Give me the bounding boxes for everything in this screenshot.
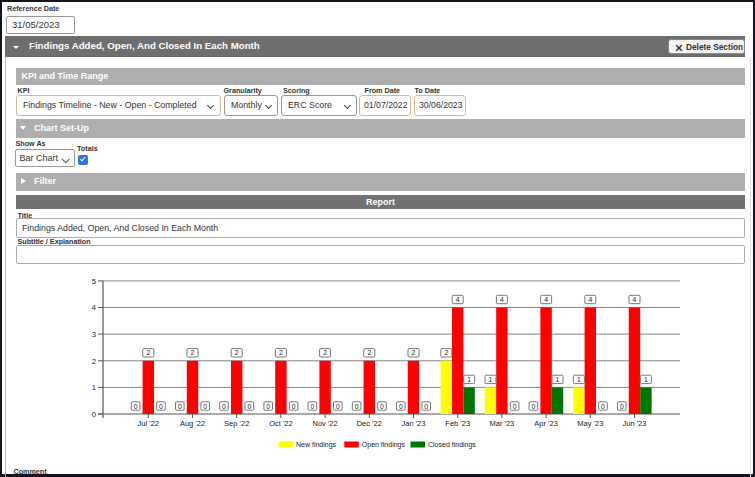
svg-text:0: 0 (159, 403, 163, 410)
svg-text:1: 1 (577, 376, 581, 383)
svg-text:1: 1 (644, 376, 648, 383)
svg-text:2: 2 (235, 349, 239, 356)
svg-text:Oct '22: Oct '22 (269, 419, 293, 428)
svg-text:Nov '22: Nov '22 (312, 419, 337, 428)
svg-text:2: 2 (92, 357, 96, 366)
svg-text:0: 0 (248, 403, 252, 410)
svg-text:0: 0 (532, 403, 536, 410)
svg-text:Mar '23: Mar '23 (490, 419, 515, 428)
svg-text:Apr '23: Apr '23 (534, 419, 558, 428)
svg-text:4: 4 (456, 296, 460, 303)
svg-text:0: 0 (355, 403, 359, 410)
svg-text:1: 1 (556, 376, 560, 383)
svg-text:New findings: New findings (296, 441, 337, 449)
svg-text:1: 1 (489, 376, 493, 383)
svg-text:4: 4 (92, 303, 96, 312)
svg-text:2: 2 (191, 349, 195, 356)
svg-text:Feb '23: Feb '23 (445, 419, 470, 428)
svg-text:3: 3 (92, 330, 96, 339)
svg-text:0: 0 (203, 403, 207, 410)
svg-text:Jun '23: Jun '23 (623, 419, 647, 428)
svg-text:0: 0 (336, 403, 340, 410)
svg-text:Closed findings: Closed findings (428, 441, 476, 449)
svg-text:2: 2 (412, 349, 416, 356)
svg-text:0: 0 (92, 410, 96, 419)
svg-text:Jan '23: Jan '23 (402, 419, 426, 428)
svg-text:4: 4 (633, 296, 637, 303)
svg-text:4: 4 (500, 296, 504, 303)
svg-text:0: 0 (134, 403, 138, 410)
svg-text:1: 1 (92, 383, 96, 392)
svg-text:0: 0 (222, 403, 226, 410)
svg-text:0: 0 (424, 403, 428, 410)
svg-text:0: 0 (178, 403, 182, 410)
svg-text:4: 4 (588, 296, 592, 303)
svg-text:1: 1 (467, 376, 471, 383)
svg-text:0: 0 (601, 403, 605, 410)
svg-text:May '23: May '23 (577, 419, 603, 428)
svg-text:Sep '22: Sep '22 (224, 419, 249, 428)
svg-text:2: 2 (444, 349, 448, 356)
svg-text:2: 2 (323, 349, 327, 356)
svg-text:0: 0 (266, 403, 270, 410)
svg-text:0: 0 (292, 403, 296, 410)
svg-text:0: 0 (380, 403, 384, 410)
svg-text:Dec '22: Dec '22 (357, 419, 382, 428)
svg-text:0: 0 (620, 403, 624, 410)
svg-text:2: 2 (367, 349, 371, 356)
svg-text:5: 5 (92, 277, 96, 286)
svg-text:Aug '22: Aug '22 (180, 419, 205, 428)
svg-text:2: 2 (279, 349, 283, 356)
svg-text:Jul '22: Jul '22 (138, 419, 159, 428)
svg-text:2: 2 (146, 349, 150, 356)
svg-text:0: 0 (311, 403, 315, 410)
svg-text:0: 0 (399, 403, 403, 410)
svg-text:4: 4 (544, 296, 548, 303)
svg-text:Open findings: Open findings (362, 441, 406, 449)
svg-text:0: 0 (513, 403, 517, 410)
